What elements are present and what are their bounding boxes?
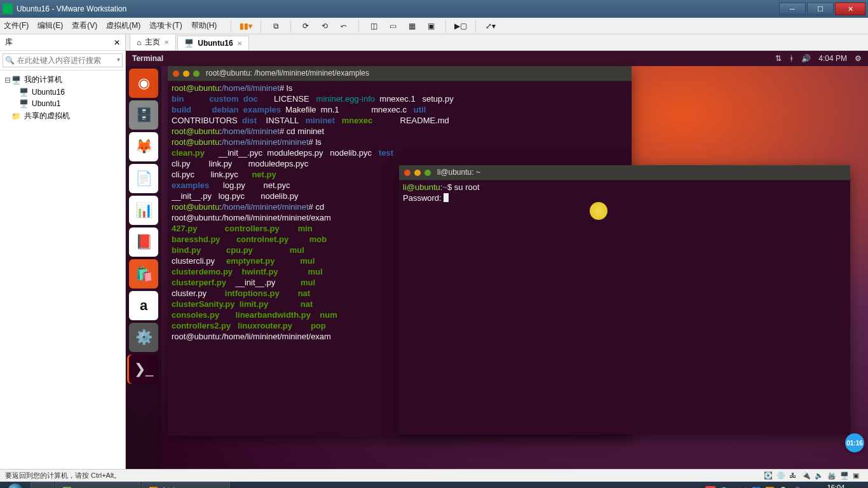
terminal-icon[interactable]: ❯_ [129,355,158,384]
term1-max-icon[interactable] [193,71,200,77]
minimize-button[interactable]: ─ [779,3,806,15]
menu-file[interactable]: 文件(F) [4,20,29,31]
term2-min-icon[interactable] [414,170,421,176]
software-icon[interactable]: 🛍️ [129,259,158,288]
vm-device-hdd-icon[interactable]: 💽 [764,471,774,480]
window-titlebar: Ubuntu16 - VMware Workstation ─ ☐ ✕ [0,0,868,18]
ubuntu-topbar: Terminal ⇅ ᚼ 🔊 4:04 PM ⚙ [126,51,868,66]
tab-ubuntu16[interactable]: 🖥️ Ubuntu16 ✕ [177,36,248,50]
sidebar-close-icon[interactable]: ✕ [114,38,120,47]
dash-icon[interactable]: ◉ [129,69,158,98]
taskbar-explorer[interactable]: 📁 [31,482,54,488]
term2-max-icon[interactable] [424,170,431,176]
term1-title: root@ubuntu: /home/li/mininet/mininet/ex… [206,68,369,79]
send-ctrlaltdel-icon[interactable]: ⧉ [270,20,281,32]
active-app-title: Terminal [132,54,163,63]
tree-vm-ubuntu1[interactable]: 🖥️Ubuntu1 [1,98,124,109]
menu-tabs[interactable]: 选项卡(T) [149,20,182,31]
taskbar-clock[interactable]: 16:04 2020/4/28 星期二 [805,484,867,488]
ubuntu-desktop: Terminal ⇅ ᚼ 🔊 4:04 PM ⚙ ◉ 🗄️ 🦊 📄 📊 📕 🛍️… [126,51,868,469]
search-icon: 🔍 [5,56,15,65]
tab-home-close-icon[interactable]: ✕ [164,39,169,46]
vm-device-cd-icon[interactable]: 💿 [776,471,787,480]
tree-vm-ubuntu16[interactable]: 🖥️Ubuntu16 [1,86,124,98]
thumbnail-icon[interactable]: ▭ [387,20,398,32]
tree-my-computer[interactable]: ⊟🖥️我的计算机 [1,73,124,86]
library-tree: ⊟🖥️我的计算机 🖥️Ubuntu16 🖥️Ubuntu1 📁共享的虚拟机 [0,71,125,125]
term2-close-icon[interactable] [404,170,410,176]
vm-device-more-icon[interactable]: ▣ [853,471,863,480]
menu-vm[interactable]: 虚拟机(M) [106,20,140,31]
tree-shared-vms[interactable]: 📁共享的虚拟机 [1,109,124,123]
maximize-button[interactable]: ☐ [807,3,834,15]
vm-device-printer-icon[interactable]: 🖨️ [827,471,837,480]
vmware-statusbar: 要返回到您的计算机，请按 Ctrl+Alt。 💽 💿 🖧 🔌 🔈 🖨️ 🖥️ ▣ [0,469,868,482]
vm-icon: 🖥️ [184,39,194,48]
console-icon[interactable]: ▣ [425,20,437,32]
vm-device-net-icon[interactable]: 🖧 [789,471,799,480]
vm-tabs: ⌂ 主页 ✕ 🖥️ Ubuntu16 ✕ [126,34,868,51]
vm-device-display-icon[interactable]: 🖥️ [840,471,850,480]
stretch-icon[interactable]: ⤢▾ [485,20,496,32]
terminal-li[interactable]: li@ubuntu: ~ li@ubuntu:~$ su root Passwo… [399,165,850,435]
gear-icon[interactable]: ⚙ [855,54,862,63]
settings-icon[interactable]: ⚙️ [129,323,158,352]
library-sidebar: 库 ✕ 🔍 ▾ ⊟🖥️我的计算机 🖥️Ubuntu16 🖥️Ubuntu1 📁共… [0,34,126,469]
tab-vm-close-icon[interactable]: ✕ [237,40,242,47]
unity-icon[interactable]: ◫ [368,20,379,32]
vm-device-sound-icon[interactable]: 🔈 [815,471,825,480]
impress-icon[interactable]: 📕 [129,227,158,257]
vmware-menubar: 文件(F) 编辑(E) 查看(V) 虚拟机(M) 选项卡(T) 帮助(H) ▮▮… [0,18,868,34]
vm-device-usb-icon[interactable]: 🔌 [802,471,812,480]
snapshot-icon[interactable]: ⟳ [300,20,311,32]
multiview-icon[interactable]: ▦ [406,20,417,32]
window-title: Ubuntu16 - VMware Workstation [17,4,126,13]
term1-close-icon[interactable] [173,71,179,77]
term2-output: li@ubuntu:~$ su root Password: [399,180,850,205]
menu-edit[interactable]: 编辑(E) [37,20,63,31]
close-button[interactable]: ✕ [835,3,865,15]
search-dropdown-icon[interactable]: ▾ [117,56,120,63]
library-search-input[interactable] [3,53,123,67]
status-hint: 要返回到您的计算机，请按 Ctrl+Alt。 [5,471,121,480]
network-icon[interactable]: ⇅ [775,54,782,63]
amazon-icon[interactable]: a [129,291,158,320]
vmware-icon [3,4,13,14]
home-icon: ⌂ [137,38,141,47]
term1-min-icon[interactable] [183,71,189,77]
menu-view[interactable]: 查看(V) [72,20,97,31]
term2-title: li@ubuntu: ~ [437,167,480,178]
clock[interactable]: 4:04 PM [818,54,847,63]
calc-icon[interactable]: 📊 [129,196,158,225]
files-icon[interactable]: 🗄️ [129,100,158,130]
cursor-highlight [590,202,607,220]
start-button[interactable] [1,482,29,488]
writer-icon[interactable]: 📄 [129,164,158,193]
snapshot-revert-icon[interactable]: ⤺ [338,20,349,32]
bluetooth-icon[interactable]: ᚼ [789,54,794,63]
fullscreen-icon[interactable]: ▶▢ [455,20,466,32]
unity-launcher: ◉ 🗄️ 🦊 📄 📊 📕 🛍️ a ⚙️ ❯_ [126,66,161,469]
sidebar-title: 库 [5,37,13,48]
pause-icon[interactable]: ▮▮▾ [240,20,252,32]
recording-timer-badge: 01:16 [845,433,864,452]
tab-home[interactable]: ⌂ 主页 ✕ [130,34,176,50]
firefox-icon[interactable]: 🦊 [129,132,158,161]
taskbar-vmware[interactable]: 🟩 Ubuntu16 - VM... [55,482,140,488]
volume-icon[interactable]: 🔊 [801,54,811,63]
taskbar-powerpoint[interactable]: 🟧 新建 Microsoft P... [142,482,230,488]
snapshot-manager-icon[interactable]: ⟲ [319,20,330,32]
windows-taskbar: 📁 🟩 Ubuntu16 - VM... 🟧 新建 Microsoft P...… [0,482,868,488]
menu-help[interactable]: 帮助(H) [191,20,217,31]
